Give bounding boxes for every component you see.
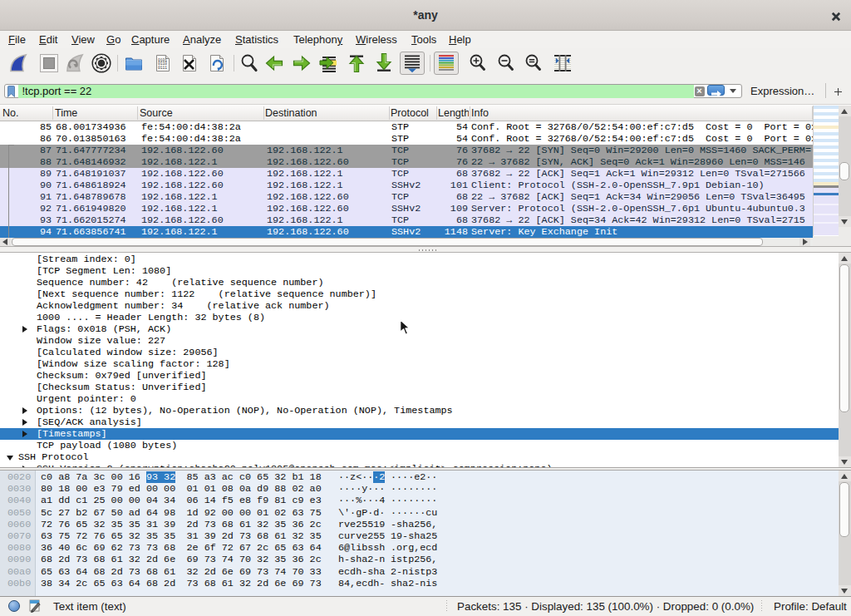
svg-text:0111: 0111 — [158, 66, 167, 70]
